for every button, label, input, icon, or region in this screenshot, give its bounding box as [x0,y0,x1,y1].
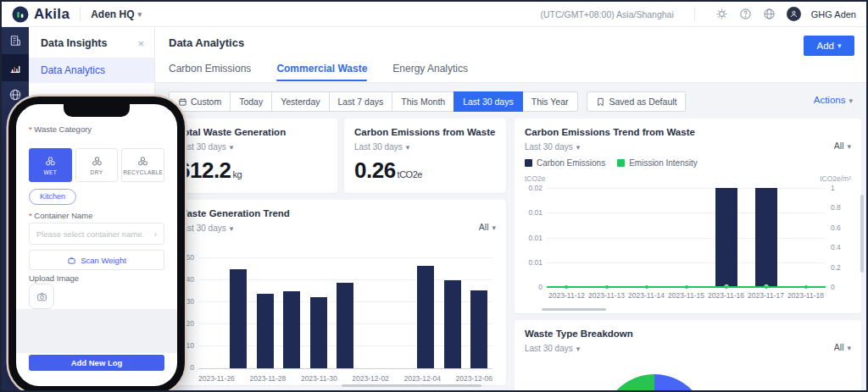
tab-energy-analytics[interactable]: Energy Analytics [392,63,468,81]
add-new-log-button[interactable]: Add New Log [29,355,164,371]
report-building-icon[interactable] [2,27,29,54]
bin-category-icon [44,155,57,168]
carbon-emissions-value: 0.26tCO2e [354,157,422,184]
period-dropdown[interactable]: Last 30 days [525,142,580,152]
close-icon[interactable]: × [137,38,144,49]
unit-label: tCO2e [398,169,422,179]
waste-trend-card: Waste Generation Trend Last 30 days All … [168,200,506,385]
divider [80,8,81,21]
user-name[interactable]: GHG Aden [811,9,856,19]
top-bar: Akila Aden HQ (UTC/GMT+08:00) Asia/Shang… [2,2,866,27]
filter-last-30-days[interactable]: Last 30 days [453,91,523,112]
category-wet-button[interactable]: WET [29,148,72,182]
upload-image-button[interactable] [29,284,54,309]
kitchen-tag[interactable]: Kitchen [29,189,76,205]
scope-dropdown[interactable]: All [479,222,496,232]
bin-category-icon [136,155,149,168]
page-title: Data Analytics [169,36,244,49]
waste-x-axis-labels: 2023-11-262023-11-282023-11-302023-12-02… [198,374,492,383]
category-dry-button[interactable]: DRY [75,148,119,182]
bar-chart-icon[interactable] [2,54,29,81]
waste-category-label: Waste Category [29,124,92,134]
filter-this-month[interactable]: This Month [392,91,454,112]
filter-yesterday[interactable]: Yesterday [271,91,329,112]
phone-screen: Waste Category WET DRY [16,104,177,386]
scale-icon [67,256,76,265]
waste-bar-2023-11-27[interactable] [230,269,247,368]
waste-category-tiles: WET DRY RECYCLABLE [29,148,164,182]
category-recyclable-button[interactable]: RECYCLABLE [121,148,164,182]
waste-bar-2023-12-04[interactable] [417,266,434,368]
legend-swatch [617,159,625,167]
workspace-selector[interactable]: Aden HQ [91,8,142,20]
page-scrollbar-thumb[interactable] [860,195,864,273]
chart-legend: Carbon Emissions Emission Intensity [525,158,698,168]
waste-bar-2023-11-29[interactable] [283,291,300,368]
tab-bar: Carbon Emissions Commercial Waste Energy… [169,63,468,81]
scan-weight-button[interactable]: Scan Weight [29,250,164,270]
scope-dropdown[interactable]: All [834,141,851,151]
timezone-label: (UTC/GMT+08:00) Asia/Shanghai [541,9,674,19]
phone-notch [64,104,130,117]
bin-category-icon [91,155,103,168]
y-axis-right-unit: tCO2e/m² [820,174,851,183]
user-avatar[interactable] [787,7,801,21]
tab-carbon-emissions[interactable]: Carbon Emissions [169,63,251,81]
card-title: Carbon Emissions from Waste [354,127,495,137]
app-window: Akila Aden HQ (UTC/GMT+08:00) Asia/Shang… [0,0,868,392]
phone-mockup: Waste Category WET DRY [8,97,185,392]
waste-breakdown-card: Waste Type Breakdown Last 30 days All [515,320,861,392]
chart-scroll-indicator[interactable] [542,308,606,311]
help-icon[interactable] [739,8,753,21]
card-title: Total Waste Generation [178,127,286,137]
carbon-emissions-card: Carbon Emissions from Waste Last 30 days… [344,119,506,193]
date-filter-row: Custom Today Yesterday Last 7 days This … [169,91,686,112]
waste-bar-2023-12-01[interactable] [337,283,353,368]
container-name-select[interactable]: Please select container name. › [29,223,164,245]
period-dropdown[interactable]: Last 30 days [178,224,233,233]
language-globe-icon[interactable] [763,8,776,21]
chart-title: Waste Type Breakdown [525,329,633,339]
filter-this-year[interactable]: This Year [522,91,578,112]
chart-title: Waste Generation Trend [178,208,290,218]
panel-title: Data Insights [41,37,108,49]
carbon-bar-2023-11-17[interactable] [755,188,777,287]
chart-scroll-indicator[interactable] [342,384,481,387]
filter-today[interactable]: Today [230,91,272,112]
period-dropdown[interactable]: Last 30 days [525,344,580,353]
carbon-bar-2023-11-16[interactable] [715,188,737,287]
add-button[interactable]: Add [804,36,854,56]
actions-dropdown[interactable]: Actions [814,95,853,105]
divider [694,8,695,21]
period-dropdown[interactable]: Last 30 days [354,142,409,152]
legend-swatch [525,159,532,167]
filter-last-7-days[interactable]: Last 7 days [329,91,393,112]
period-dropdown[interactable]: Last 30 days [178,142,233,152]
select-placeholder: Please select container name. [36,229,154,239]
phone-footer-area [16,309,177,353]
chart-title: Carbon Emissions Trend from Waste [525,127,695,137]
settings-gear-icon[interactable] [715,8,729,21]
sidebar-item-data-analytics[interactable]: Data Analytics [29,58,154,83]
waste-bar-2023-11-30[interactable] [310,297,327,369]
camera-icon [36,291,47,302]
scope-dropdown[interactable]: All [834,342,851,352]
waste-bar-2023-12-06[interactable] [470,290,487,368]
waste-bar-2023-12-05[interactable] [444,280,461,368]
akila-logo-icon [12,6,29,23]
saved-as-default-button[interactable]: Saved as Default [587,91,687,112]
main-header: Data Analytics Carbon Emissions Commerci… [155,27,866,83]
carbon-x-axis-labels: 2023-11-122023-11-132023-11-142023-11-15… [547,291,826,300]
legend-carbon-emissions[interactable]: Carbon Emissions [525,158,605,168]
carbon-trend-plot: 0.020.010.010.01010.80.60.40.20 [547,188,826,288]
waste-bar-2023-11-28[interactable] [257,294,274,368]
total-waste-value: 612.2kg [178,157,242,184]
tab-commercial-waste[interactable]: Commercial Waste [276,63,367,81]
container-name-label: Container Name [29,211,93,220]
waste-trend-plot: 01020304050 [198,254,492,369]
main-content: Data Analytics Carbon Emissions Commerci… [155,27,866,390]
legend-emission-intensity[interactable]: Emission Intensity [617,158,698,168]
bookmark-icon [596,97,605,107]
calendar-icon [178,97,187,107]
waste-type-pie-chart [602,374,707,392]
